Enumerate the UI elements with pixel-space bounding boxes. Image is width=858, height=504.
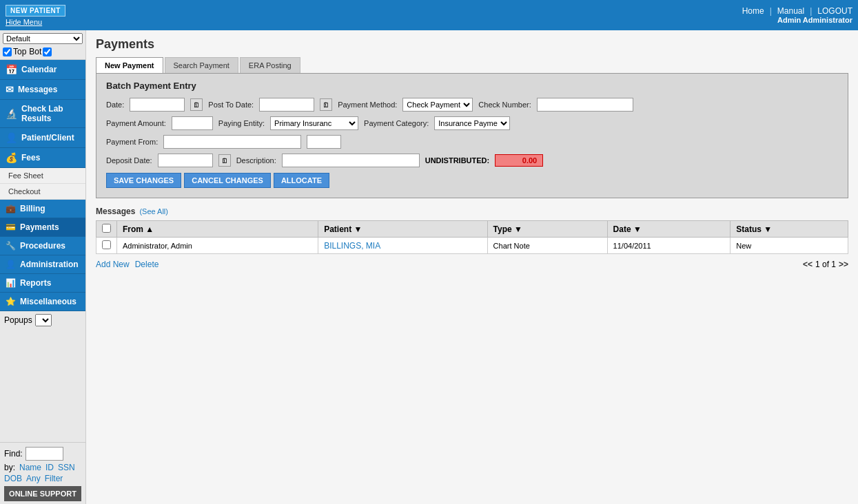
date-calendar-button[interactable]: 🗓 bbox=[190, 98, 203, 111]
tab-new-payment[interactable]: New Payment bbox=[96, 57, 163, 73]
check-number-input[interactable] bbox=[537, 98, 633, 112]
new-patient-button[interactable]: NEW PATIENT bbox=[6, 5, 65, 17]
see-all-link[interactable]: (See All) bbox=[139, 207, 168, 216]
sidebar-item-payments[interactable]: 💳 Payments bbox=[0, 218, 85, 237]
logout-link[interactable]: LOGOUT bbox=[817, 6, 852, 16]
find-by-filter[interactable]: Filter bbox=[45, 474, 63, 483]
messages-table: From ▲ Patient ▼ Type ▼ Date ▼ Status ▼ bbox=[96, 220, 848, 254]
nav-sep2: | bbox=[810, 6, 812, 16]
patient-link[interactable]: BILLINGS, MIA bbox=[324, 241, 380, 251]
post-to-date-label: Post To Date: bbox=[208, 101, 254, 109]
save-changes-button[interactable]: SAVE CHANGES bbox=[106, 173, 181, 188]
tab-search-payment[interactable]: Search Payment bbox=[165, 57, 238, 73]
find-input[interactable] bbox=[25, 447, 63, 461]
pagination-info: 1 of 1 bbox=[815, 260, 836, 269]
sidebar-select[interactable]: Default bbox=[3, 33, 83, 44]
sidebar-item-administration[interactable]: 👤 Administration bbox=[0, 255, 85, 274]
pagination-prev[interactable]: << bbox=[803, 260, 813, 269]
find-row: Find: bbox=[4, 447, 81, 461]
manual-link[interactable]: Manual bbox=[777, 6, 804, 16]
form-row-2: Payment Amount: 0.00 Paying Entity: Prim… bbox=[106, 116, 838, 130]
th-from[interactable]: From ▲ bbox=[117, 221, 318, 238]
th-type[interactable]: Type ▼ bbox=[487, 221, 607, 238]
cancel-changes-button[interactable]: CANCEL CHANGES bbox=[184, 173, 271, 188]
deposit-date-input[interactable] bbox=[158, 154, 213, 167]
date-input[interactable] bbox=[130, 98, 185, 112]
th-patient[interactable]: Patient ▼ bbox=[318, 221, 487, 238]
pagination-next[interactable]: >> bbox=[839, 260, 848, 269]
sidebar-item-fee-sheet[interactable]: Fee Sheet bbox=[0, 168, 85, 184]
bot-checkbox-label[interactable]: Bot bbox=[29, 47, 52, 56]
admin-icon: 👤 bbox=[6, 260, 16, 269]
deposit-date-calendar-button[interactable]: 🗓 bbox=[218, 154, 231, 167]
row-from-cell: Administrator, Admin bbox=[117, 238, 318, 254]
description-input[interactable] bbox=[282, 154, 420, 167]
sidebar-item-check-lab[interactable]: 🔬 Check Lab Results bbox=[0, 100, 85, 128]
online-support-button[interactable]: ONLINE SUPPORT bbox=[4, 486, 81, 501]
date-label: Date: bbox=[106, 101, 124, 109]
row-patient-cell: BILLINGS, MIA bbox=[318, 238, 487, 254]
select-all-checkbox[interactable] bbox=[102, 224, 111, 233]
post-to-date-calendar-button[interactable]: 🗓 bbox=[320, 98, 332, 111]
undistributed-label: UNDISTRIBUTED: bbox=[425, 156, 490, 165]
add-new-link[interactable]: Add New bbox=[96, 260, 130, 269]
sidebar-item-billing[interactable]: 💼 Billing bbox=[0, 200, 85, 218]
misc-label: Miscellaneous bbox=[20, 297, 76, 306]
sidebar-item-procedures[interactable]: 🔧 Procedures bbox=[0, 237, 85, 255]
layout: Default Top Bot 📅 Calendar ✉ Messages bbox=[0, 30, 858, 504]
hide-menu-link[interactable]: Hide Menu bbox=[6, 18, 65, 26]
pagination: << 1 of 1 >> bbox=[803, 260, 848, 269]
sidebar-item-checkout[interactable]: Checkout bbox=[0, 184, 85, 200]
sidebar-item-reports[interactable]: 📊 Reports bbox=[0, 274, 85, 293]
post-to-date-input[interactable]: 12/29/2011 bbox=[259, 98, 314, 112]
row-checkbox[interactable] bbox=[102, 240, 111, 249]
allocate-button[interactable]: ALLOCATE bbox=[274, 173, 329, 188]
find-by-name[interactable]: Name bbox=[19, 463, 41, 472]
top-checkbox[interactable] bbox=[3, 48, 12, 56]
tabs-bar: New Payment Search Payment ERA Posting bbox=[96, 57, 848, 73]
home-link[interactable]: Home bbox=[742, 6, 764, 16]
payment-category-label: Payment Category: bbox=[364, 119, 429, 127]
find-by-any[interactable]: Any bbox=[26, 474, 41, 483]
bot-checkbox[interactable] bbox=[43, 48, 52, 56]
sidebar-item-patient[interactable]: 👤 Patient/Client bbox=[0, 128, 85, 148]
sidebar-item-fees[interactable]: 💰 Fees bbox=[0, 148, 85, 168]
patient-icon: 👤 bbox=[6, 132, 17, 143]
th-type-label: Type ▼ bbox=[493, 224, 522, 234]
messages-title: Messages bbox=[96, 207, 135, 216]
procedures-label: Procedures bbox=[20, 241, 65, 251]
payment-from-input2[interactable] bbox=[307, 135, 341, 149]
form-row-4: Deposit Date: 🗓 Description: UNDISTRIBUT… bbox=[106, 154, 838, 167]
table-row: Administrator, Admin BILLINGS, MIA Chart… bbox=[96, 238, 848, 254]
th-from-label: From ▲ bbox=[123, 224, 154, 234]
misc-icon: ⭐ bbox=[6, 297, 16, 306]
th-date[interactable]: Date ▼ bbox=[607, 221, 731, 238]
tab-era-posting[interactable]: ERA Posting bbox=[240, 57, 300, 73]
th-checkbox[interactable] bbox=[96, 221, 117, 238]
fees-icon: 💰 bbox=[6, 152, 17, 163]
payment-from-input[interactable] bbox=[163, 135, 301, 149]
paying-entity-select[interactable]: Primary Insuranc Secondary Insurance Pat… bbox=[270, 116, 358, 130]
find-by-ssn[interactable]: SSN bbox=[58, 463, 75, 472]
row-type-cell: Chart Note bbox=[487, 238, 607, 254]
table-actions: Add New Delete bbox=[96, 260, 159, 269]
sidebar-item-misc[interactable]: ⭐ Miscellaneous bbox=[0, 293, 85, 311]
billing-label: Billing bbox=[20, 204, 45, 213]
find-by-id[interactable]: ID bbox=[45, 463, 54, 472]
sidebar-item-calendar[interactable]: 📅 Calendar bbox=[0, 60, 85, 80]
delete-link[interactable]: Delete bbox=[135, 260, 159, 269]
top-bar-right: Home | Manual | LOGOUT Admin Administrat… bbox=[742, 6, 852, 24]
payment-method-select[interactable]: Check Payment Cash Credit Card EFT bbox=[402, 98, 473, 112]
popups-select[interactable] bbox=[35, 314, 52, 326]
row-checkbox-cell bbox=[96, 238, 117, 254]
find-options: by: Name ID SSN DOB Any Filter bbox=[4, 463, 81, 483]
sidebar-item-messages[interactable]: ✉ Messages bbox=[0, 80, 85, 100]
find-by-dob[interactable]: DOB bbox=[4, 474, 22, 483]
nav-sep1: | bbox=[770, 6, 772, 16]
payment-amount-input[interactable]: 0.00 bbox=[172, 116, 213, 130]
top-checkbox-label[interactable]: Top bbox=[3, 47, 26, 56]
payment-category-select[interactable]: Insurance Payme Patient Payment Other bbox=[434, 116, 510, 130]
fees-label: Fees bbox=[21, 153, 40, 162]
th-status[interactable]: Status ▼ bbox=[731, 221, 848, 238]
description-label: Description: bbox=[236, 156, 276, 165]
